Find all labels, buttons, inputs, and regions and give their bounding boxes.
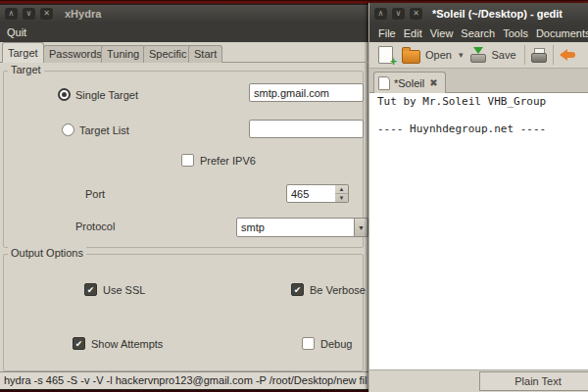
gedit-window-title: *Soleil (~/Desktop) - gedit [432,8,563,20]
xhydra-titlebar[interactable]: ∧ ∨ ✕ xHydra [0,5,368,23]
menu-view[interactable]: View [427,25,457,41]
target-list-label: Target List [79,124,129,136]
tab-specific[interactable]: Specific [143,45,193,63]
prefer-ipv6-label: Prefer IPV6 [200,155,256,167]
single-target-input[interactable] [249,83,364,102]
port-stepper[interactable]: ▲ ▼ [335,184,349,203]
target-list-input[interactable] [249,120,364,138]
output-options-frame [3,254,364,371]
command-preview[interactable]: hydra -s 465 -S -v -V -l hackervnpro123@… [0,371,368,389]
check-icon: ✔ [292,284,303,296]
editor-line [377,109,588,122]
editor-line: ---- Huynhdegroup.net ---- [377,122,588,136]
language-mode-button[interactable]: Plain Text [479,371,588,391]
protocol-select[interactable]: smtp [236,218,355,237]
gedit-window: ∧ ∨ ✕ *Soleil (~/Desktop) - gedit File E… [368,3,588,392]
gedit-toolbar: + Open ▾ Save [369,42,588,69]
spin-down-icon[interactable]: ▼ [335,194,348,203]
save-icon[interactable] [470,47,486,63]
use-ssl-label: Use SSL [103,284,145,296]
gedit-statusbar: Plain Text [369,369,588,392]
menu-documents[interactable]: Documents [533,25,588,41]
new-document-icon[interactable]: + [378,46,393,64]
tab-target[interactable]: Target [2,42,44,63]
close-icon[interactable]: ✕ [410,8,422,20]
gedit-menubar: File Edit View Search Tools Documents [369,24,588,42]
shade-icon[interactable]: ∧ [374,8,387,20]
check-icon: ✔ [74,338,84,350]
combo-arrow-icon: ▼ [358,224,365,231]
xhydra-tab-strip: Target Passwords Tuning Specific Start [0,42,368,63]
tab-close-icon[interactable]: ✖ [429,77,437,88]
close-icon[interactable]: ✕ [40,8,53,20]
gedit-titlebar[interactable]: ∧ ∨ ✕ *Soleil (~/Desktop) - gedit [369,3,588,24]
save-button[interactable]: Save [491,49,515,61]
toolbar-separator [553,45,554,65]
protocol-label: Protocol [75,220,115,232]
unshade-icon[interactable]: ∨ [23,8,35,20]
show-attempts-checkbox[interactable]: ✔ [73,337,85,350]
check-icon: ✔ [85,284,96,296]
menu-edit[interactable]: Edit [401,25,425,41]
undo-icon[interactable] [560,48,575,62]
spin-up-icon[interactable]: ▲ [335,185,348,194]
debug-checkbox[interactable] [302,337,315,350]
tab-start[interactable]: Start [188,45,222,63]
single-target-radio[interactable] [58,88,71,101]
tab-tuning[interactable]: Tuning [101,45,145,63]
menu-file[interactable]: File [375,25,399,41]
debug-label: Debug [320,338,352,350]
shade-icon[interactable]: ∧ [5,8,18,20]
tab-soleil[interactable]: *Soleil ✖ [373,72,446,93]
menu-search[interactable]: Search [458,25,498,41]
editor-text-area[interactable]: Tut by Mr.Soleil VHB_Group ---- Huynhdeg… [369,93,588,369]
port-label: Port [85,188,105,200]
desktop-background: ∧ ∨ ✕ xHydra Quit Target Passwords Tunin… [0,0,588,392]
toolbar-separator [524,45,525,65]
open-button[interactable]: Open [425,49,452,61]
port-input[interactable] [286,184,336,203]
gedit-tab-bar: *Soleil ✖ [369,69,588,93]
open-dropdown-icon[interactable]: ▾ [459,50,464,60]
menu-tools[interactable]: Tools [500,25,531,41]
editor-line: Tut by Mr.Soleil VHB_Group [377,95,588,109]
single-target-label: Single Target [75,89,138,101]
xhydra-window-title: xHydra [65,8,101,20]
print-icon[interactable] [531,48,547,63]
target-group-label: Target [8,64,44,75]
be-verbose-checkbox[interactable]: ✔ [291,283,304,296]
document-icon [378,76,390,90]
be-verbose-label: Be Verbose [310,284,366,296]
xhydra-window: ∧ ∨ ✕ xHydra Quit Target Passwords Tunin… [0,5,368,389]
tab-soleil-label: *Soleil [394,77,424,89]
unshade-icon[interactable]: ∨ [392,8,405,20]
plus-badge-icon: + [390,55,397,69]
target-list-radio[interactable] [62,123,74,136]
menu-quit[interactable]: Quit [2,24,31,40]
xhydra-menubar: Quit [0,23,368,42]
tab-passwords[interactable]: Passwords [43,45,108,63]
protocol-dropdown-button[interactable]: ▼ [354,218,368,237]
use-ssl-checkbox[interactable]: ✔ [84,283,97,296]
show-attempts-label: Show Attempts [91,338,163,350]
open-folder-icon[interactable] [402,50,420,64]
prefer-ipv6-checkbox[interactable] [181,154,194,167]
output-options-label: Output Options [8,247,86,259]
